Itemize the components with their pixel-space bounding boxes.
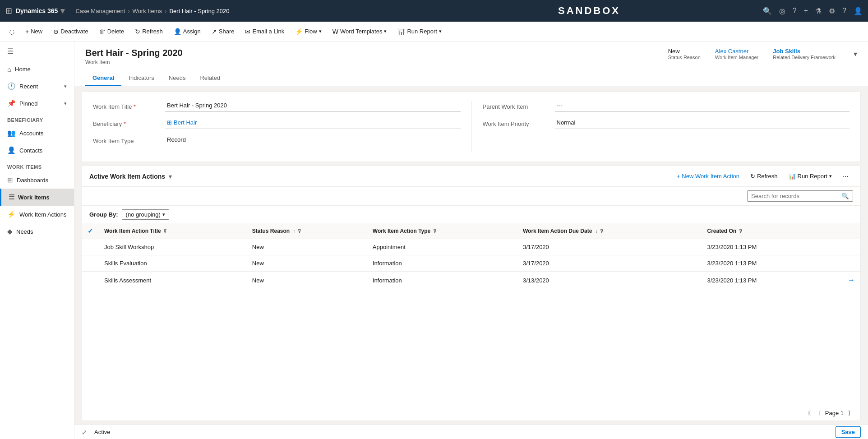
search-button[interactable]: 🔍 [838,191,853,201]
sidebar-item-pinned[interactable]: 📌 Pinned ▾ [0,95,74,112]
settings-nav-icon[interactable]: ⚙ [829,7,835,15]
row-check-3[interactable] [82,272,99,289]
pinned-icon: 📌 [7,99,16,107]
status-filter-icon[interactable]: ⊽ [298,229,301,234]
due-date-filter-icon[interactable]: ⊽ [600,229,603,234]
table-row[interactable]: Skills Evaluation New Information 3/17/2… [82,255,860,272]
first-page-button[interactable]: ⟪ [805,408,814,418]
subgrid-container: Active Work Item Actions ▾ + New Work It… [82,166,861,421]
status-sort-icon[interactable]: ↑ [293,229,295,234]
beneficiary-value[interactable]: ⊞Bert Hair [165,118,461,129]
sidebar-item-home[interactable]: ⌂ Home [0,61,74,78]
work-item-type-value[interactable]: Record [165,135,461,146]
flow-label: Flow [305,28,317,35]
groupby-row: Group By: (no grouping) ▾ [82,206,860,223]
row-arrow-icon[interactable]: → [848,276,855,284]
framework-value[interactable]: Job Skills [773,48,800,55]
row-title-2[interactable]: Skills Evaluation [99,255,247,272]
tab-needs[interactable]: Needs [162,71,193,86]
prev-page-button[interactable]: ⟨ [816,408,823,418]
tab-related[interactable]: Related [193,71,227,86]
row-title-3[interactable]: Skills Assessment [99,272,247,289]
parent-work-item-value[interactable]: --- [555,101,850,112]
tab-indicators[interactable]: Indicators [121,71,161,86]
breadcrumb-current: Bert Hair - Spring 2020 [169,8,229,14]
col-created-on[interactable]: Created On ⊽ [702,223,824,239]
row-title-1[interactable]: Job Skill Workshop [99,239,247,255]
groupby-select[interactable]: (no grouping) ▾ [122,209,169,220]
row-nav-3[interactable]: → [824,272,860,289]
sidebar-item-needs[interactable]: ◆ Needs [0,223,74,240]
form-row-type: Work Item Type Record [93,135,461,146]
tab-general[interactable]: General [85,71,121,86]
flow-button[interactable]: ⚡ Flow ▾ [291,25,326,38]
tab-bar: General Indicators Needs Related [85,71,857,86]
deactivate-button[interactable]: ⊖ Deactivate [49,25,92,38]
content-area: Bert Hair - Spring 2020 Work Item New St… [74,42,868,439]
meta-expand-chevron[interactable]: ▾ [854,50,857,58]
home-icon: ⌂ [7,65,11,73]
refresh-button[interactable]: ↻ Refresh [130,25,167,38]
app-logo-chevron[interactable]: ▾ [60,6,65,16]
sidebar-item-work-items[interactable]: ☰ Work Items [0,189,74,206]
add-nav-icon[interactable]: + [804,7,808,15]
created-on-filter-icon[interactable]: ⊽ [739,229,742,234]
title-filter-icon[interactable]: ⊽ [163,229,166,234]
save-button[interactable]: Save [836,426,861,438]
col-status[interactable]: Status Reason ↑ ⊽ [247,223,367,239]
word-templates-button[interactable]: W Word Templates ▾ [328,25,392,38]
col-action-type[interactable]: Work Item Action Type ⊽ [367,223,517,239]
search-input[interactable] [748,191,838,201]
recent-expand-icon[interactable]: ▾ [64,83,67,89]
work-item-type-label: Work Item Type [93,138,165,144]
statusbar-expand-icon[interactable]: ⤢ [82,429,87,436]
subgrid-more-button[interactable]: ⋯ [838,171,853,182]
new-button[interactable]: + New [21,25,47,38]
subgrid-expand-icon[interactable]: ▾ [169,173,172,180]
share-button[interactable]: ↗ Share [207,25,239,38]
help-nav-icon[interactable]: ? [842,7,846,15]
target-icon[interactable]: ◎ [779,7,785,15]
filter-nav-icon[interactable]: ⚗ [815,7,822,15]
subgrid-run-report-button[interactable]: 📊 Run Report ▾ [784,171,836,182]
col-title[interactable]: Work Item Action Title ⊽ [99,223,247,239]
record-subtitle: Work Item [85,59,183,65]
status-icon-button[interactable]: ◌ [5,25,19,38]
grid-icon[interactable]: ⊞ [5,6,12,16]
table-row[interactable]: Skills Assessment New Information 3/13/2… [82,272,860,289]
work-item-priority-value[interactable]: Normal [555,118,850,129]
help-icon[interactable]: ? [793,7,797,15]
sidebar-item-accounts[interactable]: 👥 Accounts [0,125,74,142]
pinned-expand-icon[interactable]: ▾ [64,101,67,106]
work-item-title-value[interactable]: Bert Hair - Spring 2020 [165,101,461,112]
breadcrumb-case-management[interactable]: Case Management [75,8,125,14]
app-logo: Dynamics 365 [16,7,58,14]
record-framework: Job Skills Related Delivery Framework [773,48,836,60]
row-check-1[interactable] [82,239,99,255]
assign-button[interactable]: 👤 Assign [169,25,205,38]
app-title[interactable]: Dynamics 365 ▾ [16,6,65,16]
user-icon[interactable]: 👤 [854,7,863,15]
manager-value[interactable]: Alex Castner [715,48,748,55]
needs-icon: ◆ [7,227,13,236]
subgrid-refresh-button[interactable]: ↻ Refresh [746,171,782,182]
sidebar-item-dashboards[interactable]: ⊞ Dashboards [0,171,74,189]
col-check[interactable]: ✓ [82,223,99,239]
table-row[interactable]: Job Skill Workshop New Appointment 3/17/… [82,239,860,255]
run-report-button[interactable]: 📊 Run Report ▾ [393,25,446,38]
new-work-item-action-button[interactable]: + New Work Item Action [672,171,744,182]
sidebar-item-recent[interactable]: 🕐 Recent ▾ [0,78,74,95]
sidebar-hamburger[interactable]: ☰ [0,42,74,61]
col-due-date[interactable]: Work Item Action Due Date ↓ ⊽ [517,223,702,239]
search-nav-icon[interactable]: 🔍 [763,7,772,15]
next-page-button[interactable]: ⟩ [845,408,853,418]
sidebar-item-contacts[interactable]: 👤 Contacts [0,142,74,159]
breadcrumb-work-items[interactable]: Work Items [133,8,162,14]
sidebar-item-work-item-actions[interactable]: ⚡ Work Item Actions [0,206,74,223]
action-type-filter-icon[interactable]: ⊽ [433,229,436,234]
work-items-group-label: Work Items [0,159,74,171]
delete-button[interactable]: 🗑 Delete [95,25,129,38]
email-button[interactable]: ✉ Email a Link [240,25,289,38]
row-check-2[interactable] [82,255,99,272]
due-date-sort-icon[interactable]: ↓ [596,229,598,234]
